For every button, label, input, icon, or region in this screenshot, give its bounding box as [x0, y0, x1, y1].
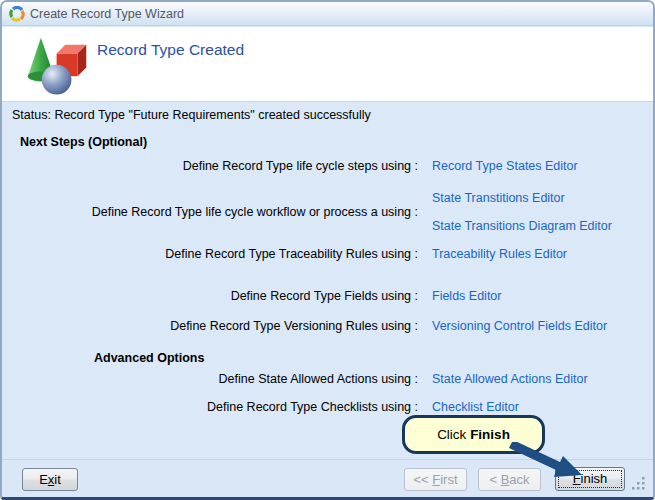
wizard-pinwheel-icon — [9, 6, 25, 22]
next-steps-heading: Next Steps (Optional) — [20, 135, 147, 149]
step-label-traceability-rules: Define Record Type Traceability Rules us… — [2, 247, 418, 261]
state-allowed-actions-editor-link[interactable]: State Allowed Actions Editor — [432, 372, 588, 386]
exit-button[interactable]: Exit — [22, 468, 78, 491]
step-label-life-cycle-steps: Define Record Type life cycle steps usin… — [2, 159, 418, 173]
fields-editor-link[interactable]: Fields Editor — [432, 289, 501, 303]
titlebar[interactable]: Create Record Type Wizard — [2, 2, 653, 26]
record-type-states-editor-link[interactable]: Record Type States Editor — [432, 159, 578, 173]
step-label-versioning-rules: Define Record Type Versioning Rules usin… — [2, 319, 418, 333]
resize-grip[interactable] — [630, 475, 646, 491]
checklist-editor-link[interactable]: Checklist Editor — [432, 400, 519, 414]
callout-text-bold: Finish — [470, 427, 510, 442]
3d-shapes-icon — [20, 32, 88, 96]
step-label-checklists: Define Record Type Checklists using : — [2, 400, 418, 414]
state-transitions-diagram-editor-link[interactable]: State Transitions Diagram Editor — [432, 219, 612, 233]
wizard-header: Record Type Created — [2, 27, 653, 102]
click-finish-callout: Click Finish — [402, 415, 545, 454]
state-transitions-editor-link[interactable]: State Transtitions Editor — [432, 191, 565, 205]
traceability-rules-editor-link[interactable]: Traceability Rules Editor — [432, 247, 567, 261]
callout-text: Click — [437, 427, 470, 442]
advanced-options-heading: Advanced Options — [94, 351, 204, 365]
create-record-type-wizard-window: Create Record Type Wizard Record Type Cr… — [0, 0, 655, 500]
window-title: Create Record Type Wizard — [30, 2, 184, 26]
step-label-workflow: Define Record Type life cycle workflow o… — [2, 205, 418, 219]
versioning-control-fields-editor-link[interactable]: Versioning Control Fields Editor — [432, 319, 607, 333]
step-label-state-allowed-actions: Define State Allowed Actions using : — [2, 372, 418, 386]
page-title: Record Type Created — [97, 41, 244, 59]
back-button: < Back — [478, 468, 541, 491]
first-button: << First — [404, 468, 467, 491]
step-label-fields: Define Record Type Fields using : — [2, 289, 418, 303]
finish-button[interactable]: Finish — [555, 467, 625, 491]
status-text: Status: Record Type "Future Requirements… — [12, 108, 371, 122]
